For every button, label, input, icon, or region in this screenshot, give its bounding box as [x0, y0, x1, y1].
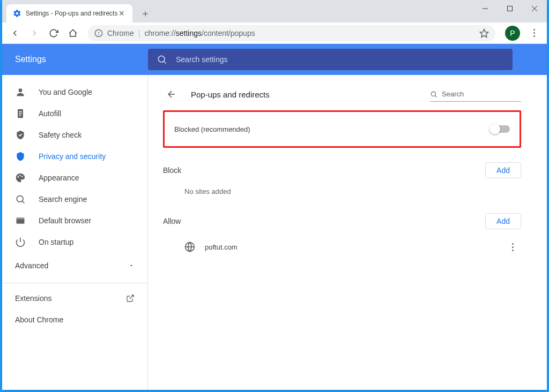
- open-in-new-icon: [126, 294, 135, 303]
- clipboard-icon: [15, 108, 26, 119]
- sidebar-item-label: You and Google: [39, 88, 92, 96]
- sidebar-item-appearance[interactable]: Appearance: [2, 167, 147, 189]
- sidebar-item-label: Search engine: [39, 195, 87, 203]
- power-icon: [15, 237, 26, 247]
- browser-window: Settings - Pop-ups and redirects ✕ ＋ Chr…: [2, 0, 547, 390]
- block-section-header: Block Add: [163, 157, 521, 183]
- globe-icon: [184, 242, 195, 252]
- block-empty-text: No sites added: [163, 183, 521, 208]
- url-path: /content/popups: [202, 29, 255, 37]
- main-panel: Pop-ups and redirects Search Blocked (re…: [148, 75, 547, 390]
- sidebar-item-label: Privacy and security: [39, 152, 106, 161]
- maximize-button[interactable]: [498, 0, 522, 17]
- blocked-toggle-label: Blocked (recommended): [174, 125, 250, 133]
- search-icon: [15, 194, 26, 205]
- minimize-button[interactable]: [473, 0, 498, 17]
- svg-line-20: [130, 295, 133, 299]
- close-window-button[interactable]: [522, 0, 547, 17]
- chevron-down-icon: [128, 262, 135, 269]
- page-title: Pop-ups and redirects: [191, 90, 419, 99]
- block-add-button[interactable]: Add: [485, 162, 521, 178]
- block-section-title: Block: [163, 166, 181, 175]
- blocked-toggle-switch[interactable]: [491, 125, 510, 133]
- sidebar-item-you-and-google[interactable]: You and Google: [2, 81, 147, 103]
- search-icon: [430, 91, 437, 98]
- settings-title: Settings: [15, 55, 148, 64]
- about-label: About Chrome: [15, 315, 63, 324]
- sidebar-item-default-browser[interactable]: Default browser: [2, 210, 147, 231]
- svg-point-8: [158, 56, 165, 62]
- sidebar-link-extensions[interactable]: Extensions: [2, 288, 147, 309]
- site-row-menu-button[interactable]: [504, 238, 521, 255]
- palette-icon: [15, 172, 26, 183]
- sidebar: You and Google Autofill Safety check Pri…: [2, 75, 148, 390]
- svg-point-14: [17, 195, 23, 202]
- sidebar-item-safety-check[interactable]: Safety check: [2, 124, 147, 146]
- svg-line-23: [435, 95, 437, 97]
- url-host: settings: [176, 29, 202, 37]
- in-page-search-placeholder: Search: [442, 90, 464, 98]
- allow-section-title: Allow: [163, 217, 181, 225]
- sidebar-item-label: Autofill: [39, 109, 61, 118]
- person-icon: [15, 87, 26, 97]
- sidebar-link-about[interactable]: About Chrome: [2, 309, 147, 330]
- address-bar: Chrome | chrome://settings/content/popup…: [2, 22, 547, 44]
- site-info-icon[interactable]: [94, 29, 103, 37]
- svg-rect-1: [508, 6, 513, 11]
- svg-rect-17: [17, 217, 25, 219]
- blocked-toggle-card: Blocked (recommended): [163, 110, 521, 148]
- sidebar-item-label: Default browser: [39, 216, 91, 225]
- allow-add-button[interactable]: Add: [485, 213, 521, 229]
- sidebar-item-search-engine[interactable]: Search engine: [2, 189, 147, 210]
- sidebar-item-on-startup[interactable]: On startup: [2, 231, 147, 253]
- back-button[interactable]: [6, 25, 24, 42]
- shield-check-icon: [15, 130, 26, 140]
- svg-point-22: [431, 92, 435, 96]
- tab-close-button[interactable]: ✕: [117, 9, 126, 18]
- url-scheme-label: Chrome: [107, 29, 134, 37]
- sidebar-item-label: On startup: [39, 238, 73, 246]
- page-header: Pop-ups and redirects Search: [163, 81, 521, 107]
- titlebar: Settings - Pop-ups and redirects ✕ ＋: [2, 0, 547, 22]
- svg-point-12: [19, 175, 21, 177]
- allow-section-header: Allow Add: [163, 208, 521, 234]
- svg-point-13: [21, 176, 23, 177]
- settings-header: Settings: [2, 44, 547, 75]
- reload-button[interactable]: [45, 25, 62, 42]
- svg-line-9: [164, 62, 166, 64]
- svg-point-11: [18, 176, 19, 178]
- tab-title: Settings - Pop-ups and redirects: [26, 10, 117, 17]
- new-tab-button[interactable]: ＋: [138, 6, 153, 21]
- browser-menu-button[interactable]: [525, 25, 543, 42]
- advanced-label: Advanced: [15, 261, 48, 270]
- svg-line-15: [23, 201, 25, 203]
- body-area: You and Google Autofill Safety check Pri…: [2, 75, 547, 390]
- settings-search-input[interactable]: [176, 55, 504, 64]
- search-icon: [157, 54, 167, 65]
- extensions-label: Extensions: [15, 294, 51, 303]
- sidebar-item-privacy-and-security[interactable]: Privacy and security: [2, 146, 147, 167]
- settings-search-box[interactable]: [148, 49, 513, 70]
- sidebar-divider: [2, 283, 147, 283]
- advanced-toggle[interactable]: Advanced: [2, 253, 147, 278]
- omnibox[interactable]: Chrome | chrome://settings/content/popup…: [88, 25, 495, 41]
- in-page-search[interactable]: Search: [430, 87, 521, 102]
- forward-button[interactable]: [26, 25, 43, 42]
- svg-marker-7: [480, 29, 488, 37]
- bookmark-star-icon[interactable]: [479, 28, 489, 38]
- url-prefix: chrome://: [144, 29, 175, 37]
- page-back-button[interactable]: [163, 86, 180, 103]
- sidebar-item-label: Appearance: [39, 174, 79, 182]
- allow-site-name: poftut.com: [205, 243, 494, 251]
- shield-icon: [15, 151, 26, 162]
- browser-icon: [15, 215, 26, 226]
- svg-marker-19: [130, 265, 133, 267]
- svg-point-6: [99, 34, 99, 35]
- home-button[interactable]: [64, 25, 81, 42]
- browser-tab[interactable]: Settings - Pop-ups and redirects ✕: [6, 4, 132, 22]
- svg-point-10: [19, 88, 23, 92]
- sidebar-item-label: Safety check: [39, 131, 81, 139]
- gear-icon: [13, 9, 21, 18]
- sidebar-item-autofill[interactable]: Autofill: [2, 103, 147, 124]
- profile-avatar[interactable]: P: [505, 26, 520, 41]
